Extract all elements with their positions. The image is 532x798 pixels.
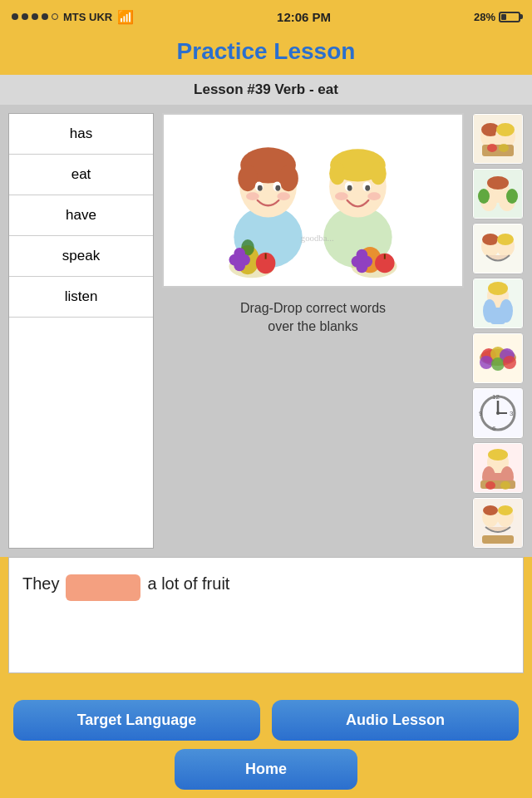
word-item-has[interactable]: has xyxy=(9,114,153,155)
svg-text:6: 6 xyxy=(492,425,496,432)
svg-point-60 xyxy=(497,234,514,245)
bottom-row1: Target Language Audio Lesson xyxy=(13,700,519,741)
thumbnail-3[interactable] xyxy=(472,223,524,274)
sentence-area: They a lot of fruit xyxy=(8,557,524,673)
word-item-speak[interactable]: speak xyxy=(9,236,153,277)
svg-point-92 xyxy=(500,481,510,490)
bottom-row2: Home xyxy=(13,749,519,790)
dot-3 xyxy=(32,13,38,20)
illustration-box: goodba... xyxy=(162,113,464,288)
svg-point-39 xyxy=(356,262,367,273)
target-language-button[interactable]: Target Language xyxy=(13,700,260,741)
signal-dots xyxy=(12,13,58,20)
svg-point-19 xyxy=(347,185,352,191)
svg-point-58 xyxy=(482,234,499,245)
svg-point-63 xyxy=(488,282,508,295)
svg-text:9: 9 xyxy=(479,410,483,417)
svg-text:goodba...: goodba... xyxy=(301,233,334,243)
illustration-svg: goodba... xyxy=(164,115,462,286)
clock: 12:06 PM xyxy=(277,10,331,24)
thumbnail-1[interactable] xyxy=(472,113,524,165)
instructions: Drag-Drop correct words over the blanks xyxy=(240,296,386,340)
svg-point-91 xyxy=(485,481,495,490)
thumbnail-2[interactable] xyxy=(472,168,524,219)
instruction-line2: over the blanks xyxy=(268,319,358,333)
svg-point-45 xyxy=(496,123,515,136)
svg-point-5 xyxy=(278,165,298,191)
svg-point-74 xyxy=(503,356,516,369)
svg-point-47 xyxy=(487,144,497,152)
svg-text:12: 12 xyxy=(492,393,500,401)
sentence-before: They xyxy=(22,574,59,594)
svg-text:3: 3 xyxy=(510,410,514,417)
page-title: Practice Lesson xyxy=(0,33,532,75)
word-item-eat[interactable]: eat xyxy=(9,155,153,195)
word-item-listen[interactable]: listen xyxy=(9,277,153,318)
svg-point-21 xyxy=(335,192,348,200)
word-item-empty xyxy=(9,318,153,357)
status-right: 28% xyxy=(474,11,520,23)
svg-point-55 xyxy=(506,189,518,204)
svg-point-79 xyxy=(496,411,500,415)
thumbnail-4[interactable] xyxy=(472,278,524,329)
sentence-blank[interactable] xyxy=(66,574,140,601)
svg-point-95 xyxy=(483,505,498,515)
svg-point-11 xyxy=(277,192,290,200)
svg-point-54 xyxy=(478,189,490,204)
thumbnail-6[interactable]: 12 3 6 9 xyxy=(472,387,524,439)
status-bar: MTS UKR 📶 12:06 PM 28% xyxy=(0,0,532,33)
dot-4 xyxy=(42,13,48,20)
battery-icon xyxy=(499,12,520,22)
wifi-icon: 📶 xyxy=(117,9,134,25)
main-content: has eat have speak listen xyxy=(0,105,532,557)
svg-point-66 xyxy=(500,299,513,323)
dot-1 xyxy=(12,13,18,20)
svg-point-16 xyxy=(370,162,387,185)
svg-point-72 xyxy=(480,356,493,369)
bottom-area: Target Language Audio Lesson Home xyxy=(0,688,532,798)
svg-point-86 xyxy=(488,449,508,461)
svg-point-8 xyxy=(258,185,263,191)
carrier-label: MTS UKR xyxy=(63,11,112,23)
svg-point-65 xyxy=(483,299,496,323)
audio-lesson-button[interactable]: Audio Lesson xyxy=(272,700,519,741)
svg-rect-27 xyxy=(265,254,267,259)
svg-point-22 xyxy=(367,192,381,200)
svg-point-48 xyxy=(499,144,509,152)
thumbnail-8[interactable] xyxy=(472,497,524,549)
dot-5 xyxy=(52,13,58,20)
thumbnail-5[interactable] xyxy=(472,332,524,384)
thumbnail-7[interactable] xyxy=(472,442,524,494)
word-item-have[interactable]: have xyxy=(9,195,153,236)
svg-point-73 xyxy=(491,357,505,371)
home-button[interactable]: Home xyxy=(175,749,357,790)
battery-fill xyxy=(501,14,506,20)
svg-point-97 xyxy=(498,505,513,515)
svg-point-4 xyxy=(238,165,258,191)
svg-point-9 xyxy=(275,185,280,191)
svg-point-31 xyxy=(234,260,245,272)
dot-2 xyxy=(22,13,28,20)
svg-point-10 xyxy=(246,192,259,200)
thumbnail-strip: 12 3 6 9 xyxy=(472,113,524,549)
instruction-line1: Drag-Drop correct words xyxy=(240,301,386,315)
sentence-after: a lot of fruit xyxy=(147,574,229,594)
battery-pct-label: 28% xyxy=(474,11,495,23)
center-area: goodba... Drag-Drop correct words over t… xyxy=(162,113,464,549)
svg-rect-35 xyxy=(384,254,386,259)
word-list: has eat have speak listen xyxy=(8,113,154,549)
svg-point-51 xyxy=(487,176,509,190)
svg-point-20 xyxy=(365,185,370,191)
svg-point-15 xyxy=(329,162,346,185)
status-left: MTS UKR 📶 xyxy=(12,9,134,25)
lesson-subtitle: Lesson #39 Verb - eat xyxy=(0,75,532,105)
svg-rect-98 xyxy=(482,535,514,544)
svg-rect-46 xyxy=(482,145,514,156)
